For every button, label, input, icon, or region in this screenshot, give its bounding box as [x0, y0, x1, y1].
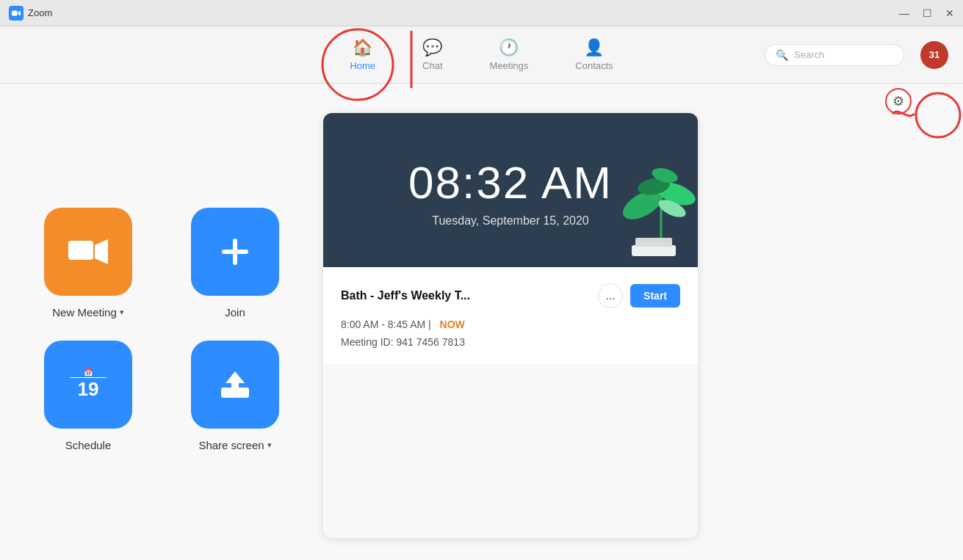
- new-meeting-label: New Meeting ▾: [52, 306, 124, 319]
- meeting-more-button[interactable]: ...: [598, 283, 623, 308]
- search-icon: 🔍: [776, 49, 788, 61]
- schedule-button[interactable]: 📅 19: [44, 341, 132, 429]
- minimize-button[interactable]: —: [899, 8, 909, 18]
- tab-contacts[interactable]: 👤 Contacts: [566, 32, 621, 77]
- plant-decoration: [602, 150, 698, 267]
- svg-rect-5: [222, 250, 248, 254]
- settings-icon: ⚙: [892, 93, 904, 109]
- maximize-button[interactable]: ☐: [923, 8, 932, 18]
- meeting-time: 8:00 AM - 8:45 AM: [341, 319, 425, 330]
- search-placeholder: Search: [794, 49, 824, 60]
- main-content: New Meeting ▾ Join: [0, 84, 963, 560]
- contacts-icon: 👤: [584, 38, 604, 57]
- tab-chat-label: Chat: [422, 60, 442, 71]
- new-meeting-dropdown-arrow[interactable]: ▾: [120, 308, 124, 317]
- left-panel: New Meeting ▾ Join: [44, 106, 279, 538]
- svg-rect-0: [12, 10, 18, 15]
- tab-home-label: Home: [350, 60, 375, 71]
- join-label: Join: [225, 306, 245, 319]
- svg-marker-3: [95, 239, 108, 264]
- avatar-text: 31: [929, 49, 939, 60]
- share-screen-item: Share screen ▾: [191, 341, 279, 451]
- title-bar: Zoom — ☐ ✕: [0, 0, 963, 26]
- meeting-card: Bath - Jeff's Weekly T... ... Start 8:00…: [323, 267, 698, 364]
- nav-bar: 🏠 Home 💬 Chat 🕐 Meetings 👤 Contacts 🔍 Se…: [0, 26, 963, 84]
- share-screen-label: Share screen ▾: [198, 439, 271, 451]
- meeting-separator: |: [428, 319, 434, 330]
- meetings-icon: 🕐: [499, 38, 519, 57]
- avatar[interactable]: 31: [920, 41, 948, 69]
- share-screen-dropdown-arrow[interactable]: ▾: [267, 440, 272, 450]
- search-container: 🔍 Search: [765, 44, 904, 66]
- new-meeting-item: New Meeting ▾: [44, 208, 132, 319]
- action-row-2: 📅 19 Schedule Share s: [44, 341, 279, 451]
- schedule-label: Schedule: [65, 439, 112, 451]
- svg-marker-7: [226, 371, 245, 389]
- right-panel: 08:32 AM Tuesday, September 15, 2020: [323, 113, 698, 538]
- app-logo: Zoom: [9, 6, 52, 21]
- tab-meetings-label: Meetings: [490, 60, 529, 71]
- tab-home[interactable]: 🏠 Home: [341, 32, 384, 77]
- window-controls: — ☐ ✕: [899, 8, 954, 18]
- svg-rect-9: [635, 238, 672, 247]
- new-meeting-button[interactable]: [44, 208, 132, 296]
- meeting-start-button[interactable]: Start: [630, 284, 680, 308]
- settings-area: ⚙: [885, 88, 912, 114]
- close-button[interactable]: ✕: [945, 8, 954, 18]
- svg-marker-1: [18, 10, 21, 15]
- calendar-date: 19: [78, 379, 99, 400]
- calendar-icon: 📅 19: [70, 368, 107, 400]
- meeting-id-row: Meeting ID: 941 7456 7813: [341, 336, 680, 348]
- svg-rect-8: [632, 245, 676, 256]
- svg-rect-6: [221, 388, 249, 398]
- search-box[interactable]: 🔍 Search: [765, 44, 904, 66]
- tab-contacts-label: Contacts: [575, 60, 613, 71]
- meeting-title: Bath - Jeff's Weekly T...: [341, 289, 598, 302]
- meeting-now-badge: NOW: [440, 319, 465, 330]
- meeting-time-row: 8:00 AM - 8:45 AM | NOW: [341, 319, 680, 330]
- meeting-header: Bath - Jeff's Weekly T... ... Start: [341, 283, 680, 308]
- tab-chat[interactable]: 💬 Chat: [414, 32, 451, 77]
- home-icon: 🏠: [353, 38, 372, 57]
- zoom-icon: [9, 6, 24, 21]
- tab-meetings[interactable]: 🕐 Meetings: [481, 32, 538, 77]
- meeting-id-label: Meeting ID:: [341, 336, 394, 348]
- camera-icon: [68, 238, 108, 266]
- meeting-id: 941 7456 7813: [396, 336, 464, 348]
- plus-icon: [219, 236, 251, 268]
- clock-time: 08:32 AM: [408, 156, 613, 208]
- clock-card: 08:32 AM Tuesday, September 15, 2020: [323, 113, 698, 267]
- join-item: Join: [191, 208, 279, 319]
- app-title: Zoom: [28, 7, 52, 18]
- share-icon: [218, 368, 252, 401]
- settings-button[interactable]: ⚙: [885, 88, 912, 114]
- schedule-item: 📅 19 Schedule: [44, 341, 132, 451]
- share-screen-button[interactable]: [191, 341, 279, 429]
- join-button[interactable]: [191, 208, 279, 296]
- action-row-1: New Meeting ▾ Join: [44, 208, 279, 319]
- clock-date: Tuesday, September 15, 2020: [432, 214, 588, 228]
- chat-icon: 💬: [422, 38, 442, 57]
- svg-rect-2: [68, 241, 93, 260]
